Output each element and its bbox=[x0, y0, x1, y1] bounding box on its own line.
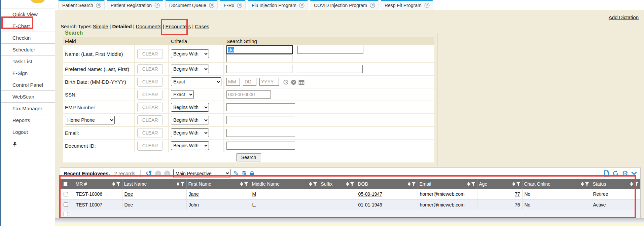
column-header-last-name[interactable]: Last Name bbox=[122, 179, 186, 189]
sidebar-item-e-chart[interactable]: E-Chart bbox=[1, 20, 55, 32]
filter-icon[interactable] bbox=[313, 182, 317, 186]
row-checkbox[interactable] bbox=[64, 192, 68, 196]
sidebar-item-webscan[interactable]: WebScan bbox=[1, 90, 55, 102]
preferred-search-input-2[interactable] bbox=[297, 65, 363, 73]
column-header-middle-name[interactable]: Middle Name bbox=[250, 179, 319, 189]
dob-link[interactable]: 01-01-1949 bbox=[358, 202, 383, 208]
calendar-icon[interactable] bbox=[298, 79, 305, 85]
undo-icon[interactable]: ↺ bbox=[146, 170, 152, 177]
column-header-first-name[interactable]: First Name bbox=[186, 179, 250, 189]
tab-resp-fit-program[interactable]: Resp Fit Program bbox=[381, 0, 433, 9]
sidebar-item-quick-view[interactable]: Quick View bbox=[1, 8, 55, 20]
column-header-suffix[interactable]: Suffix bbox=[319, 179, 356, 189]
filter-icon[interactable] bbox=[116, 182, 120, 186]
search-type-detailed[interactable]: Detailed bbox=[112, 24, 132, 29]
column-header-mr[interactable]: MR # bbox=[74, 179, 122, 189]
sort-icon[interactable] bbox=[408, 182, 410, 186]
first-name-link[interactable]: John bbox=[189, 202, 199, 208]
tab-patient-registration[interactable]: Patient Registration bbox=[107, 0, 163, 9]
name-search-input-focused[interactable]: do bbox=[226, 45, 293, 54]
sidebar-item-fax-manager[interactable]: Fax Manager bbox=[1, 102, 55, 114]
search-type-simple[interactable]: Simple bbox=[93, 24, 108, 29]
table-row[interactable]: TEST-10006 Doe Jane M 05-09-1947 horner@… bbox=[60, 189, 640, 199]
delete-perspective-icon[interactable] bbox=[242, 171, 247, 177]
tab-patient-search[interactable]: Patient Search bbox=[58, 0, 105, 9]
first-name-link[interactable]: Jane bbox=[189, 191, 199, 197]
clear-button-phone[interactable]: CLEAR bbox=[137, 115, 163, 125]
tab-covid-injection-program[interactable]: COVID Injection Program bbox=[310, 0, 379, 9]
middle-name-link[interactable]: L. bbox=[252, 202, 256, 208]
name-search-input-3[interactable] bbox=[226, 54, 292, 62]
page-previous-icon[interactable]: ‹ bbox=[155, 171, 161, 177]
clear-button-email[interactable]: CLEAR bbox=[137, 128, 163, 138]
filter-icon[interactable] bbox=[471, 182, 475, 186]
birth-month-input[interactable] bbox=[226, 78, 240, 86]
popout-icon[interactable] bbox=[237, 3, 242, 8]
new-document-icon[interactable] bbox=[604, 170, 609, 177]
age-link[interactable]: 76 bbox=[515, 202, 520, 208]
filter-icon[interactable] bbox=[412, 182, 416, 186]
column-header-age[interactable]: Age bbox=[477, 179, 522, 189]
criteria-select-phone[interactable]: Begins With bbox=[171, 116, 209, 124]
criteria-select-emp-number[interactable]: Begins With bbox=[171, 103, 209, 112]
clear-button-birth-date[interactable]: CLEAR bbox=[137, 77, 163, 87]
criteria-select-birth-date[interactable]: Exact bbox=[171, 77, 221, 86]
sidebar-item-e-sign[interactable]: E-Sign bbox=[1, 67, 55, 79]
birth-year-input[interactable] bbox=[259, 78, 279, 86]
table-row[interactable]: TEST-10007 Doe John L. 01-01-1949 horner… bbox=[60, 199, 640, 210]
popout-icon[interactable] bbox=[424, 3, 430, 8]
middle-name-link[interactable]: M bbox=[252, 191, 256, 197]
name-search-input-2[interactable] bbox=[297, 46, 363, 54]
criteria-select-document-id[interactable]: Begins With bbox=[171, 141, 209, 150]
settings-gear-icon[interactable]: ⚙ bbox=[622, 170, 628, 177]
popout-icon[interactable] bbox=[209, 3, 214, 8]
popout-icon[interactable] bbox=[154, 3, 160, 8]
sidebar-pin-toggle[interactable] bbox=[1, 138, 55, 147]
preferred-search-input-1[interactable] bbox=[226, 65, 292, 73]
clear-button-document-id[interactable]: CLEAR bbox=[137, 141, 163, 151]
row-checkbox[interactable] bbox=[64, 202, 68, 207]
sort-icon[interactable] bbox=[581, 182, 584, 186]
select-all-checkbox[interactable] bbox=[63, 182, 68, 186]
last-name-link[interactable]: Doe bbox=[124, 191, 133, 197]
sort-icon[interactable] bbox=[309, 182, 312, 186]
sort-icon[interactable] bbox=[467, 182, 470, 186]
emp-number-input[interactable] bbox=[226, 103, 295, 111]
filter-icon[interactable] bbox=[350, 182, 354, 186]
clear-date-icon[interactable] bbox=[291, 79, 296, 85]
column-header-status[interactable]: Status bbox=[591, 179, 640, 189]
sort-icon[interactable] bbox=[112, 182, 115, 186]
filter-icon[interactable] bbox=[244, 182, 248, 186]
email-input[interactable] bbox=[226, 129, 295, 137]
add-dictation-link[interactable]: Add Dictation bbox=[609, 14, 639, 20]
sidebar-item-logout[interactable]: Logout bbox=[1, 126, 55, 138]
tab-document-queue[interactable]: Document Queue bbox=[165, 0, 218, 9]
filter-icon[interactable] bbox=[181, 182, 185, 186]
ssn-input[interactable] bbox=[226, 90, 271, 99]
phone-input[interactable] bbox=[226, 116, 295, 124]
footer-checkbox[interactable] bbox=[64, 212, 68, 216]
collapse-chevron-icon[interactable] bbox=[631, 172, 637, 175]
dob-link[interactable]: 05-09-1947 bbox=[358, 191, 383, 197]
filter-icon[interactable] bbox=[516, 182, 521, 186]
clear-button-name[interactable]: CLEAR bbox=[137, 49, 163, 59]
sort-icon[interactable] bbox=[630, 182, 633, 186]
filter-icon[interactable] bbox=[585, 182, 589, 186]
criteria-select-email[interactable]: Begins With bbox=[171, 128, 209, 137]
sidebar-item-control-panel[interactable]: Control Panel bbox=[1, 79, 55, 90]
last-name-link[interactable]: Doe bbox=[124, 202, 133, 208]
perspective-select[interactable]: Main Perspective bbox=[173, 169, 230, 178]
clear-button-ssn[interactable]: CLEAR bbox=[137, 90, 163, 100]
sort-icon[interactable] bbox=[240, 182, 243, 186]
tab-e-rx[interactable]: E-Rx bbox=[220, 0, 246, 9]
criteria-select-ssn[interactable]: Exact bbox=[171, 90, 194, 99]
search-type-documents[interactable]: Documents bbox=[136, 24, 162, 29]
tab-flu-injection-program[interactable]: Flu Injection Program bbox=[248, 0, 308, 9]
birth-day-input[interactable] bbox=[243, 78, 256, 86]
page-next-icon[interactable]: › bbox=[164, 171, 170, 177]
search-type-encounters[interactable]: Encounters bbox=[165, 24, 191, 29]
clear-button-preferred[interactable]: CLEAR bbox=[137, 64, 163, 74]
criteria-select-name[interactable]: Begins With bbox=[171, 49, 209, 58]
column-header-chart-online[interactable]: Chart Online bbox=[522, 179, 591, 189]
sort-icon[interactable] bbox=[346, 182, 349, 186]
